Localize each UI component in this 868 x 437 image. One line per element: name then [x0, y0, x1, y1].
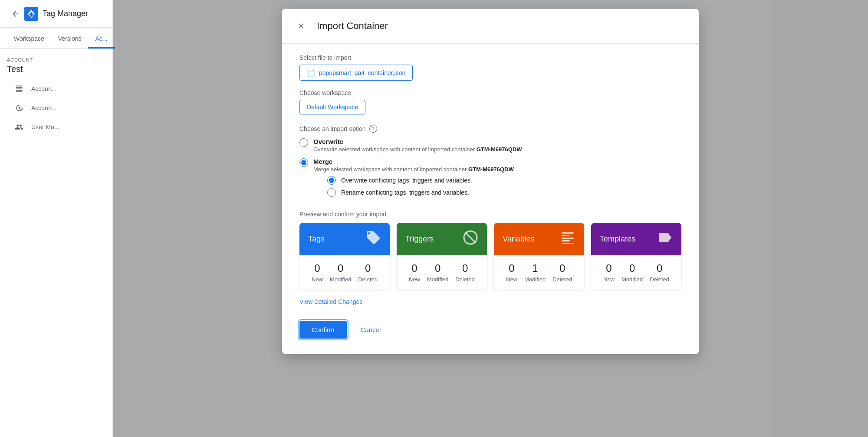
merge-radio[interactable] — [299, 158, 308, 167]
svg-rect-4 — [562, 235, 570, 236]
templates-new-stat: 0 New — [603, 262, 615, 283]
cancel-button[interactable]: Cancel — [352, 321, 390, 339]
tags-card-icon — [365, 230, 381, 248]
tags-card-header: Tags — [299, 223, 390, 255]
overwrite-option-content: Overwrite Overwrite selected workspace w… — [313, 138, 522, 153]
tags-modified-num: 0 — [330, 262, 351, 274]
triggers-card: Triggers 0 New 0 M — [397, 223, 487, 290]
templates-card-title: Templates — [600, 235, 635, 244]
app-title: Tag Manager — [43, 9, 88, 18]
preview-label: Preview and confirm your import — [299, 211, 681, 218]
svg-rect-7 — [562, 243, 574, 244]
templates-modified-stat: 0 Modified — [621, 262, 643, 283]
merge-overwrite-radio[interactable] — [327, 176, 336, 185]
variables-card-body: 0 New 1 Modified 0 Deleted — [494, 255, 584, 290]
file-chip[interactable]: 📄 popupsmart_ga4_container.json — [299, 65, 413, 81]
account-name: Test — [7, 64, 105, 74]
triggers-card-body: 0 New 0 Modified 0 Deleted — [397, 255, 487, 290]
merge-rename-radio[interactable] — [327, 188, 336, 197]
modal-header: Import Container — [282, 9, 699, 44]
logo-icon — [24, 7, 38, 21]
modal-title: Import Container — [317, 20, 388, 32]
main-content: Import Container Select file to import 📄… — [113, 0, 868, 437]
tab-admin[interactable]: Ac... — [88, 30, 114, 49]
nav-text-user-management: User Ma... — [31, 124, 59, 130]
tags-deleted-stat: 0 Deleted — [358, 262, 378, 283]
variables-card: Variables 0 New 1 — [494, 223, 584, 290]
account-label: ACCOUNT — [7, 57, 105, 62]
view-detailed-changes-link[interactable]: View Detailed Changes — [299, 298, 681, 305]
preview-cards: Tags 0 New 0 Modif — [299, 223, 681, 290]
tab-versions[interactable]: Versions — [51, 30, 89, 49]
nav-text-account1: Accoun... — [31, 85, 56, 92]
tags-modified-stat: 0 Modified — [330, 262, 351, 283]
svg-rect-3 — [562, 232, 574, 234]
tags-card-title: Tags — [308, 235, 325, 244]
overwrite-radio[interactable] — [299, 138, 308, 147]
nav-item-user-management[interactable]: User Ma... — [7, 117, 102, 137]
templates-card-body: 0 New 0 Modified 0 Deleted — [591, 255, 681, 290]
help-icon[interactable]: ? — [369, 125, 377, 133]
svg-line-2 — [465, 232, 475, 242]
modal-overlay: Import Container Select file to import 📄… — [113, 0, 868, 437]
workspace-button[interactable]: Default Workspace — [299, 100, 365, 114]
templates-card: Templates 0 New 0 — [591, 223, 681, 290]
close-button[interactable] — [293, 17, 310, 35]
nav-item-account1[interactable]: Accoun... — [7, 79, 102, 98]
tab-bar: Workspace Versions Ac... — [0, 28, 112, 49]
tags-card: Tags 0 New 0 Modif — [299, 223, 390, 290]
triggers-deleted-stat: 0 Deleted — [455, 262, 475, 283]
svg-rect-6 — [562, 240, 570, 241]
variables-new-stat: 0 New — [506, 262, 517, 283]
svg-rect-5 — [562, 238, 574, 239]
variables-card-header: Variables — [494, 223, 584, 255]
sidebar-header: Tag Manager — [0, 0, 112, 28]
tags-new-label: New — [312, 276, 323, 283]
people-icon — [14, 122, 24, 132]
merge-desc: Merge selected workspace with content of… — [313, 166, 514, 173]
action-bar: Confirm Cancel — [299, 316, 681, 340]
nav-item-account2[interactable]: Accoun... — [7, 98, 102, 117]
back-button[interactable] — [7, 5, 24, 23]
overwrite-desc: Overwrite selected workspace with conten… — [313, 146, 522, 153]
variables-modified-stat: 1 Modified — [524, 262, 546, 283]
merge-overwrite-label: Overwrite conflicting tags, triggers and… — [341, 177, 472, 184]
tags-deleted-num: 0 — [358, 262, 378, 274]
merge-option: Merge Merge selected workspace with cont… — [299, 158, 681, 200]
choose-workspace-label: Choose workspace — [299, 89, 681, 96]
overwrite-label: Overwrite — [313, 138, 522, 145]
triggers-new-stat: 0 New — [409, 262, 420, 283]
import-option-label: Choose an import option ? — [299, 125, 681, 133]
tab-workspace[interactable]: Workspace — [7, 30, 51, 49]
triggers-card-icon — [463, 230, 478, 248]
tags-modified-label: Modified — [330, 276, 351, 283]
templates-deleted-stat: 0 Deleted — [650, 262, 669, 283]
templates-card-header: Templates — [591, 223, 681, 255]
merge-option-content: Merge Merge selected workspace with cont… — [313, 158, 514, 200]
nav-text-account2: Accoun... — [31, 104, 56, 111]
tags-card-body: 0 New 0 Modified 0 Deleted — [299, 255, 390, 290]
overwrite-option: Overwrite Overwrite selected workspace w… — [299, 138, 681, 153]
filename: popupsmart_ga4_container.json — [319, 69, 405, 76]
tags-new-num: 0 — [312, 262, 323, 274]
import-container-modal: Import Container Select file to import 📄… — [282, 9, 699, 354]
variables-deleted-stat: 0 Deleted — [552, 262, 572, 283]
triggers-card-title: Triggers — [405, 235, 434, 244]
file-icon: 📄 — [307, 68, 316, 77]
import-options-group: Overwrite Overwrite selected workspace w… — [299, 138, 681, 200]
select-file-label: Select file to import — [299, 54, 681, 61]
sidebar: Tag Manager Workspace Versions Ac... ACC… — [0, 0, 113, 437]
tags-deleted-label: Deleted — [358, 276, 378, 283]
merge-rename-label: Rename conflicting tags, triggers and va… — [341, 189, 469, 196]
workspace-name: Default Workspace — [307, 104, 358, 111]
variables-card-title: Variables — [503, 235, 535, 244]
confirm-button[interactable]: Confirm — [299, 321, 347, 339]
triggers-card-header: Triggers — [397, 223, 487, 255]
modal-body: Select file to import 📄 popupsmart_ga4_c… — [282, 44, 699, 354]
history-icon — [14, 103, 24, 113]
account-section: ACCOUNT Test Accoun... Accoun... User Ma… — [0, 49, 112, 140]
merge-label: Merge — [313, 158, 514, 165]
triggers-modified-stat: 0 Modified — [427, 262, 448, 283]
variables-card-icon — [560, 230, 575, 248]
table-icon — [14, 84, 24, 94]
